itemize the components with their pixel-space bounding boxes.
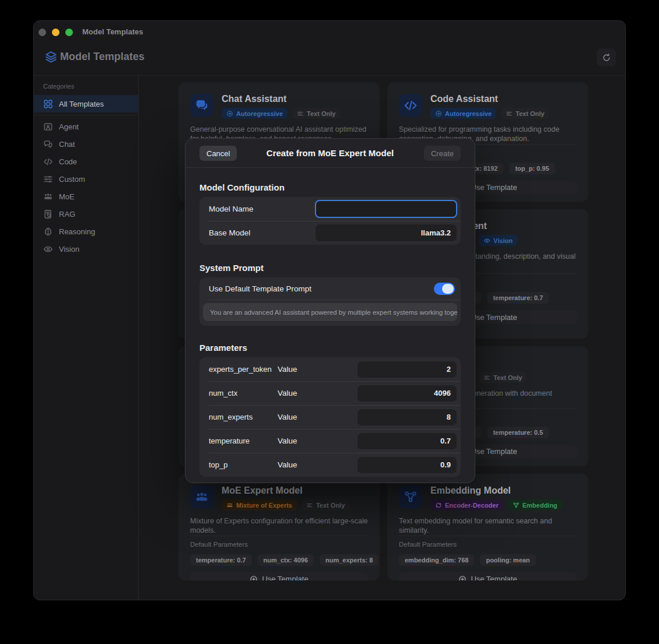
- card-header: Embedding ModelEncoder-DecoderEmbedding: [399, 485, 577, 511]
- parameters-group: experts_per_tokenValuenum_ctxValuenum_ex…: [199, 357, 461, 477]
- badge-text-only: Text Only: [292, 108, 340, 119]
- sidebar-item-label: Chat: [59, 140, 75, 149]
- lines-icon: [306, 502, 313, 509]
- badge-label: Text Only: [307, 110, 335, 117]
- parameter-chip: num_ctx: 4096: [258, 554, 314, 566]
- parameter-value-label: Value: [278, 389, 357, 397]
- sidebar-item-agent[interactable]: Agent: [34, 118, 138, 135]
- sidebar-item-reasoning[interactable]: Reasoning: [34, 223, 138, 240]
- sidebar: Categories All TemplatesAgentChatCodeCus…: [34, 76, 139, 600]
- card-divider: [399, 536, 577, 536]
- use-template-label: Use Template: [262, 575, 308, 580]
- parameter-value-label: Value: [278, 413, 357, 421]
- nodes-icon: [513, 502, 520, 509]
- cancel-button[interactable]: Cancel: [199, 146, 237, 161]
- layers-icon: [45, 51, 57, 63]
- use-template-label: Use Template: [471, 447, 517, 456]
- create-modal: Cancel Create from MoE Expert Model Crea…: [185, 138, 475, 483]
- use-template-label: Use Template: [471, 313, 517, 322]
- base-model-row: Base Model: [199, 221, 461, 245]
- card-header: Chat AssistantAutoregressiveText Only: [190, 94, 368, 119]
- badge-label: Autoregressive: [445, 110, 492, 117]
- card-description: Text embedding model for semantic search…: [399, 516, 577, 536]
- code-icon: [43, 157, 53, 167]
- parameter-value-input[interactable]: [357, 456, 457, 474]
- parameter-chip: temperature: 0.5: [487, 427, 549, 438]
- sidebar-item-label: Reasoning: [59, 227, 95, 236]
- parameter-row-num_ctx: num_ctxValue: [199, 381, 461, 405]
- nodes-icon: [399, 485, 422, 509]
- parameter-value-input[interactable]: [357, 432, 457, 450]
- chat-icon: [43, 139, 53, 149]
- zoom-window-button[interactable]: [65, 29, 73, 36]
- encoder-icon: [435, 502, 442, 509]
- use-template-label: Use Template: [471, 183, 517, 192]
- plus-circle-icon: [250, 575, 258, 581]
- page-title: Model Templates: [60, 51, 145, 63]
- eye-icon: [43, 244, 53, 254]
- parameter-row-top_p: top_pValue: [199, 453, 461, 477]
- parameter-value-input[interactable]: [357, 385, 457, 402]
- create-button[interactable]: Create: [424, 146, 461, 161]
- default-prompt-label: Use Default Template Prompt: [209, 284, 434, 293]
- prompt-preview: You are an advanced AI assistant powered…: [203, 303, 457, 321]
- badge-label: Mixture of Experts: [236, 502, 292, 509]
- sidebar-item-label: Custom: [59, 175, 85, 184]
- parameter-value-label: Value: [278, 460, 357, 469]
- people-icon: [190, 485, 213, 509]
- model-name-input[interactable]: [315, 200, 457, 218]
- sidebar-item-vision[interactable]: Vision: [34, 240, 138, 258]
- sliders-icon: [43, 174, 53, 184]
- card-moe-expert-model: MoE Expert ModelMixture of ExpertsText O…: [178, 474, 380, 580]
- parameter-row-experts_per_token: experts_per_tokenValue: [199, 357, 461, 381]
- sidebar-item-chat[interactable]: Chat: [34, 135, 138, 153]
- system-prompt-group: Use Default Template Prompt You are an a…: [199, 277, 461, 326]
- parameter-value-label: Value: [278, 365, 357, 374]
- badge-text-only: Text Only: [302, 499, 349, 511]
- sidebar-item-rag[interactable]: RAG: [34, 205, 138, 223]
- model-name-row: Model Name: [199, 197, 461, 221]
- badge-label: Embedding: [523, 502, 558, 509]
- minimize-window-button[interactable]: [52, 29, 59, 36]
- parameter-name: experts_per_token: [209, 365, 278, 374]
- autoregressive-icon: [226, 110, 233, 117]
- sidebar-item-label: All Templates: [59, 100, 104, 108]
- card-badges: AutoregressiveText Only: [430, 108, 549, 119]
- card-badges: Encoder-DecoderEmbedding: [430, 499, 562, 511]
- parameter-chip: temperature: 0.7: [190, 554, 252, 566]
- badge-label: Encoder-Decoder: [445, 502, 499, 509]
- parameter-value-input[interactable]: [357, 409, 457, 426]
- layers-icon: [45, 51, 57, 63]
- refresh-button[interactable]: [597, 48, 616, 66]
- sidebar-item-code[interactable]: Code: [34, 153, 138, 170]
- badge-embedding: Embedding: [508, 499, 562, 511]
- default-prompt-toggle[interactable]: [434, 283, 455, 295]
- use-template-button[interactable]: Use Template: [399, 572, 577, 581]
- chat-solid-icon: [190, 94, 213, 117]
- parameter-value-input[interactable]: [357, 361, 457, 378]
- sidebar-item-custom[interactable]: Custom: [34, 170, 138, 188]
- use-template-button[interactable]: Use Template: [190, 572, 368, 581]
- parameter-row-num_experts: num_expertsValue: [199, 405, 461, 429]
- default-parameters-label: Default Parameters: [399, 541, 577, 548]
- section-system-prompt: System Prompt: [199, 263, 461, 273]
- sidebar-divider: [34, 115, 138, 115]
- close-window-button[interactable]: [38, 29, 46, 36]
- lines-icon: [297, 110, 304, 117]
- parameter-name: num_ctx: [209, 389, 278, 397]
- badge-autoregressive: Autoregressive: [430, 108, 496, 119]
- refresh-icon: [602, 53, 611, 62]
- code-icon: [399, 94, 422, 117]
- titlebar: Model Templates: [34, 21, 625, 43]
- sidebar-item-moe[interactable]: MoE: [34, 188, 138, 205]
- sidebar-item-label: Vision: [59, 245, 79, 254]
- sidebar-item-label: RAG: [59, 210, 75, 219]
- eye-icon: [483, 237, 490, 244]
- grid-icon: [43, 99, 53, 109]
- sidebar-item-all-templates[interactable]: All Templates: [34, 95, 138, 112]
- card-divider: [190, 536, 368, 536]
- model-configuration-group: Model Name Base Model: [199, 197, 461, 245]
- parameter-chip: embedding_dim: 768: [399, 554, 474, 566]
- use-template-label: Use Template: [471, 575, 517, 580]
- base-model-input[interactable]: [315, 224, 457, 242]
